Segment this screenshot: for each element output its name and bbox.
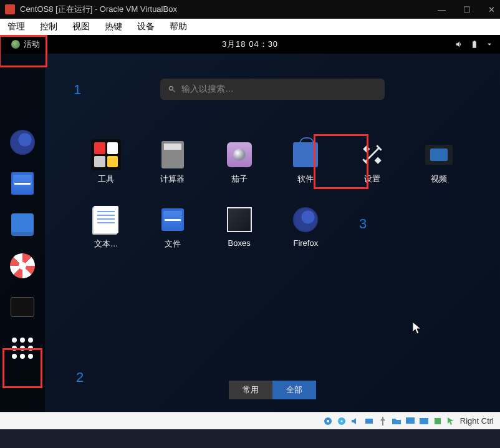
files-icon — [11, 172, 34, 195]
search-placeholder: 输入以搜索… — [181, 84, 234, 95]
maximize-button[interactable]: ☐ — [463, 5, 471, 14]
chevron-down-icon[interactable] — [485, 40, 494, 49]
app-label: Firefox — [293, 238, 318, 248]
dash-files[interactable] — [9, 170, 36, 197]
frequent-button[interactable]: 常用 — [229, 381, 272, 399]
menu-help[interactable]: 帮助 — [170, 21, 187, 32]
app-label: 计算器 — [160, 173, 185, 185]
window-title: CentOS8 [正在运行] - Oracle VM VirtualBox — [20, 4, 177, 15]
files-icon — [161, 208, 184, 231]
search-icon — [168, 85, 176, 94]
firefox-icon — [293, 207, 318, 232]
menu-manage[interactable]: 管理 — [7, 21, 25, 32]
app-label: 软件 — [297, 173, 314, 185]
dash-terminal[interactable] — [9, 293, 36, 321]
audio-icon[interactable] — [350, 416, 360, 426]
dash-help[interactable] — [9, 252, 36, 280]
activities-label: 活动 — [24, 39, 40, 50]
boxes-icon — [227, 207, 252, 232]
display-icon[interactable] — [405, 416, 415, 426]
distro-logo-icon — [11, 40, 20, 49]
app-calculator[interactable]: 计算器 — [143, 137, 203, 187]
shared-folders-icon[interactable] — [392, 416, 401, 426]
svg-rect-4 — [365, 419, 373, 424]
app-grid: 工具 计算器 茄子 软件 设置 视频 — [76, 137, 469, 252]
svg-rect-5 — [406, 417, 415, 424]
menu-view[interactable]: 视图 — [72, 21, 90, 32]
app-label: 文本… — [94, 238, 118, 250]
vbox-title-bar: CentOS8 [正在运行] - Oracle VM VirtualBox — … — [0, 0, 500, 19]
menu-input[interactable]: 热键 — [105, 21, 122, 32]
network-icon[interactable] — [364, 416, 374, 426]
cpu-icon[interactable] — [433, 416, 443, 426]
app-label: 工具 — [98, 173, 114, 185]
harddisk-icon[interactable] — [323, 416, 333, 426]
svg-point-3 — [340, 420, 342, 422]
activities-button[interactable]: 活动 — [6, 37, 45, 51]
app-settings[interactable]: 设置 — [342, 137, 403, 187]
annotation-number-2: 2 — [76, 369, 84, 386]
menu-devices[interactable]: 设备 — [137, 21, 155, 32]
optical-icon[interactable] — [337, 416, 347, 426]
all-button[interactable]: 全部 — [272, 381, 316, 399]
vbox-status-bar: Right Ctrl — [0, 412, 500, 429]
vbox-menu-bar: 管理 控制 视图 热键 设备 帮助 — [0, 19, 500, 35]
annotation-number-1: 1 — [74, 82, 81, 98]
gnome-top-bar: 活动 3月18 04：30 — [0, 35, 500, 54]
volume-icon[interactable] — [455, 40, 464, 49]
app-boxes[interactable]: Boxes — [209, 202, 269, 252]
tools-icon — [91, 139, 121, 170]
cursor-icon — [413, 322, 423, 334]
gnome-overview: 输入以搜索… 工具 计算器 茄子 软件 — [0, 54, 500, 412]
app-videos[interactable]: 视频 — [408, 137, 469, 187]
app-label: 文件 — [165, 238, 181, 250]
software-bag-icon — [293, 142, 318, 167]
app-software[interactable]: 软件 — [276, 137, 336, 187]
dash — [0, 54, 45, 412]
text-editor-icon — [94, 206, 118, 233]
app-label: 茄子 — [231, 173, 248, 185]
videos-icon — [425, 145, 453, 165]
mouse-integration-icon[interactable] — [446, 416, 456, 426]
annotation-number-3: 3 — [359, 216, 367, 232]
app-cheese[interactable]: 茄子 — [209, 137, 269, 187]
menu-machine[interactable]: 控制 — [40, 21, 57, 32]
dash-show-apps[interactable] — [9, 334, 36, 362]
calculator-icon — [161, 141, 184, 168]
dash-software[interactable] — [9, 211, 36, 238]
dash-firefox[interactable] — [9, 129, 36, 156]
view-toggle: 常用 全部 — [229, 381, 316, 399]
cheese-icon — [227, 142, 252, 167]
firefox-icon — [10, 130, 35, 155]
app-label: 设置 — [364, 173, 380, 185]
apps-grid-icon — [11, 336, 34, 360]
software-icon — [11, 213, 34, 236]
svg-rect-7 — [435, 418, 441, 424]
svg-rect-6 — [420, 418, 428, 424]
terminal-icon — [11, 297, 34, 317]
close-button[interactable]: ✕ — [488, 5, 495, 14]
usb-icon[interactable] — [378, 416, 388, 426]
clock[interactable]: 3月18 04：30 — [222, 39, 278, 50]
settings-icon — [357, 140, 387, 170]
minimize-button[interactable]: — — [438, 5, 446, 14]
virtualbox-icon — [5, 4, 15, 14]
svg-point-1 — [327, 420, 329, 422]
app-files[interactable]: 文件 — [143, 202, 203, 252]
app-tools[interactable]: 工具 — [76, 137, 137, 187]
app-firefox[interactable]: Firefox — [276, 202, 336, 252]
recording-icon[interactable] — [419, 416, 429, 426]
app-label: 视频 — [431, 173, 447, 185]
help-icon — [10, 253, 35, 278]
host-key-label: Right Ctrl — [460, 416, 494, 426]
battery-icon[interactable] — [470, 40, 479, 49]
app-label: Boxes — [228, 238, 251, 248]
search-input[interactable]: 输入以搜索… — [160, 79, 385, 100]
app-text-editor[interactable]: 文本… — [76, 202, 137, 252]
